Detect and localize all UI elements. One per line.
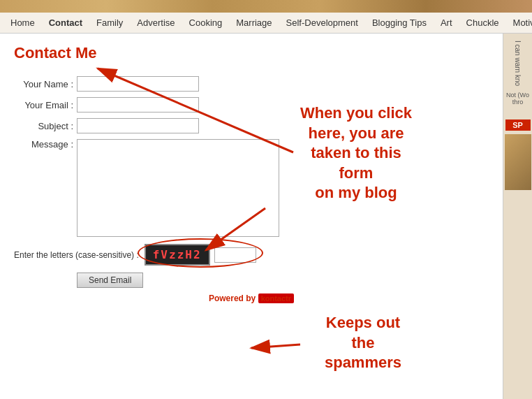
nav-marriage[interactable]: Marriage	[229, 14, 279, 31]
sidebar-image	[505, 134, 531, 190]
content-area: Contact Me Your Name : Your Email : Subj…	[0, 34, 503, 399]
nav-self-development[interactable]: Self-Development	[279, 14, 365, 31]
nav-cooking[interactable]: Cooking	[182, 14, 230, 31]
navigation-bar: Home Contact Family Advertise Cooking Ma…	[0, 13, 532, 34]
annotation-text-2: Keeps out the spammers	[272, 313, 454, 373]
name-label: Your Name :	[14, 79, 77, 89]
top-decorative-bar	[0, 0, 532, 13]
captcha-image: fVzzH2	[145, 244, 210, 266]
sidebar-text: I can warn kno	[514, 41, 522, 86]
message-textarea[interactable]	[77, 139, 279, 237]
send-btn-row: Send Email	[77, 273, 489, 288]
send-email-button[interactable]: Send Email	[77, 273, 143, 288]
annotation-text-1: When you click here, you are taken to th…	[251, 103, 461, 203]
kontactr-brand: kontactr	[258, 293, 294, 303]
nav-art[interactable]: Art	[434, 14, 459, 31]
captcha-row: Enter the letters (case-sensitive) : fVz…	[14, 244, 489, 266]
nav-family[interactable]: Family	[89, 14, 130, 31]
subject-input[interactable]	[77, 118, 199, 133]
sidebar-note: Not (Wo thro	[505, 92, 531, 106]
email-label: Your Email :	[14, 100, 77, 110]
name-input[interactable]	[77, 76, 199, 92]
page-title: Contact Me	[14, 44, 489, 62]
subject-label: Subject :	[14, 121, 77, 131]
nav-motiv[interactable]: Motiv…	[506, 14, 532, 31]
nav-chuckle[interactable]: Chuckle	[459, 14, 506, 31]
captcha-oval-wrapper: fVzzH2	[145, 244, 256, 266]
powered-by: Powered by kontactr	[14, 293, 489, 303]
sidebar-sp-label: SP	[505, 119, 531, 131]
nav-home[interactable]: Home	[3, 14, 42, 31]
name-row: Your Name :	[14, 76, 489, 92]
captcha-label: Enter the letters (case-sensitive) :	[14, 250, 139, 260]
email-input[interactable]	[77, 97, 199, 113]
sidebar: I can warn kno Not (Wo thro SP	[503, 34, 532, 399]
nav-advertise[interactable]: Advertise	[130, 14, 182, 31]
main-layout: Contact Me Your Name : Your Email : Subj…	[0, 34, 532, 399]
captcha-input[interactable]	[214, 247, 256, 263]
nav-blogging-tips[interactable]: Blogging Tips	[365, 14, 434, 31]
message-label: Message :	[14, 139, 77, 150]
nav-contact[interactable]: Contact	[42, 14, 89, 31]
